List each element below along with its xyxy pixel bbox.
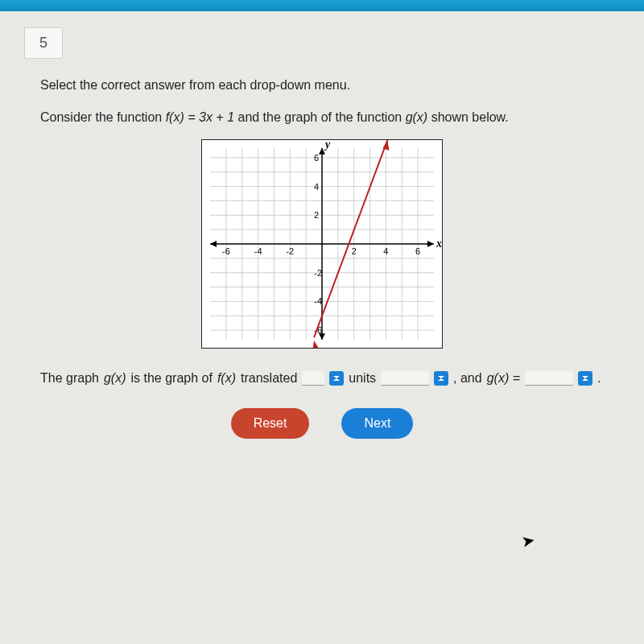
fill-fx: f(x) xyxy=(217,371,236,386)
svg-marker-45 xyxy=(333,378,340,381)
cursor-pointer-icon: ➤ xyxy=(520,530,537,552)
dropdown-units-count[interactable] xyxy=(302,371,344,386)
fill-and: , and xyxy=(453,371,482,386)
question-number-tab: 5 xyxy=(24,27,63,59)
prompt-mid: and the graph of the function xyxy=(234,110,406,124)
question-card: Select the correct answer from each drop… xyxy=(24,73,620,439)
svg-text:-4: -4 xyxy=(254,246,262,256)
svg-text:6: 6 xyxy=(314,153,319,163)
svg-text:2: 2 xyxy=(314,210,319,220)
next-button[interactable]: Next xyxy=(341,408,413,439)
prompt-func-g: g(x) xyxy=(406,110,428,124)
svg-text:-2: -2 xyxy=(314,268,322,278)
svg-marker-48 xyxy=(582,376,588,378)
svg-text:6: 6 xyxy=(415,246,420,256)
question-number: 5 xyxy=(39,35,47,51)
fill-gx-eq: g(x) = xyxy=(487,371,520,386)
svg-text:-2: -2 xyxy=(286,246,294,256)
svg-text:-4: -4 xyxy=(314,296,322,306)
svg-marker-46 xyxy=(438,376,444,378)
instruction-text: Select the correct answer from each drop… xyxy=(40,78,604,93)
svg-text:2: 2 xyxy=(352,246,357,256)
dropdown-blank xyxy=(302,371,324,386)
fill-mid1: is the graph of xyxy=(131,371,213,386)
graph-container: x y -6-4-2 246 642 -2-4-6 xyxy=(40,139,604,352)
x-axis-label: x xyxy=(436,237,442,250)
prompt-text: Consider the function f(x) = 3x + 1 and … xyxy=(40,110,604,125)
fill-period: . xyxy=(597,371,601,386)
svg-marker-47 xyxy=(438,378,444,381)
svg-marker-26 xyxy=(427,241,434,247)
svg-text:4: 4 xyxy=(314,182,319,192)
graph-plot: x y -6-4-2 246 642 -2-4-6 xyxy=(201,139,443,349)
prompt-suffix: shown below. xyxy=(427,110,509,124)
answer-sentence: The graph g(x) is the graph of f(x) tran… xyxy=(40,371,604,386)
dropdown-gx-expression[interactable] xyxy=(525,371,592,386)
chevron-down-icon[interactable] xyxy=(329,371,344,386)
header-bar xyxy=(0,0,644,11)
chevron-down-icon[interactable] xyxy=(578,371,592,386)
reset-button[interactable]: Reset xyxy=(231,408,310,439)
dropdown-blank xyxy=(381,371,429,386)
svg-marker-28 xyxy=(319,148,325,155)
svg-marker-43 xyxy=(312,341,319,349)
button-row: Reset Next xyxy=(40,408,604,439)
prompt-prefix: Consider the function xyxy=(40,110,166,124)
y-axis-label: y xyxy=(324,139,331,151)
svg-text:-6: -6 xyxy=(222,246,230,256)
fill-mid2: translated xyxy=(241,371,297,386)
line-g-of-x xyxy=(314,140,387,337)
prompt-func-f: f(x) = 3x + 1 xyxy=(166,110,234,124)
svg-text:4: 4 xyxy=(383,246,388,256)
dropdown-direction[interactable] xyxy=(381,371,448,386)
fill-units-word: units xyxy=(349,371,376,386)
svg-marker-49 xyxy=(582,378,588,381)
fill-gx: g(x) xyxy=(104,371,126,386)
main-content: 5 Select the correct answer from each dr… xyxy=(0,11,644,439)
fill-prefix: The graph xyxy=(40,371,99,386)
svg-marker-44 xyxy=(333,376,340,378)
dropdown-blank xyxy=(525,371,573,386)
svg-marker-27 xyxy=(210,241,217,247)
chevron-down-icon[interactable] xyxy=(434,371,448,386)
